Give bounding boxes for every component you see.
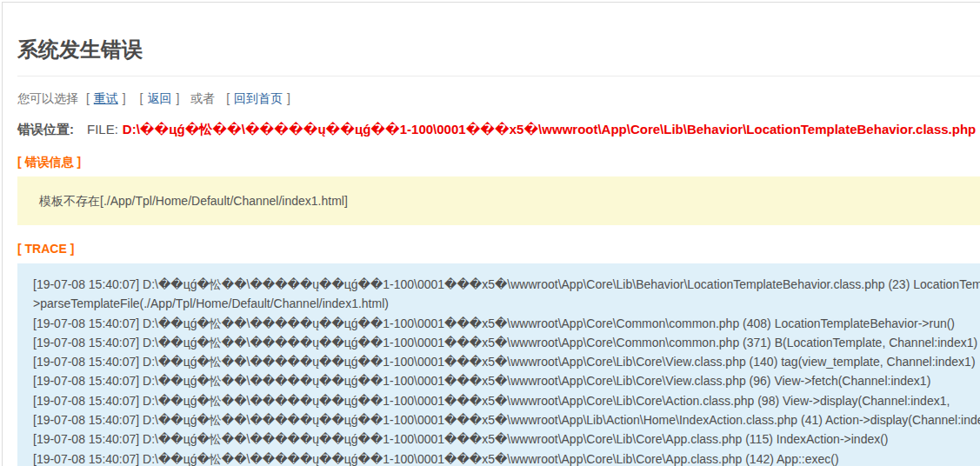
conjunction-text: 或者	[190, 91, 215, 105]
error-file-path: D:\��цǵ�忪��\�����ų��цǵ��1-100\0001���x5�…	[123, 122, 976, 136]
bracket-open: [	[226, 91, 230, 105]
bracket-close: ]	[123, 91, 126, 105]
error-message-text: 模板不存在[./App/Tpl/Home/Default/Channel/ind…	[39, 194, 348, 208]
trace-line: [19-07-08 15:40:07] D:\��цǵ�忪��\�����ų��…	[33, 429, 980, 449]
trace-box: [19-07-08 15:40:07] D:\��цǵ�忪��\�����ų��…	[17, 263, 980, 466]
error-message-box: 模板不存在[./App/Tpl/Home/Default/Channel/ind…	[17, 176, 980, 225]
trace-header: [ TRACE ]	[17, 242, 980, 256]
trace-line: [19-07-08 15:40:07] D:\��цǵ�忪��\�����ų��…	[33, 449, 980, 466]
error-info-header: [ 错误信息 ]	[17, 155, 980, 169]
home-link[interactable]: 回到首页	[234, 91, 283, 105]
trace-line: [19-07-08 15:40:07] D:\��цǵ�忪��\�����ų��…	[33, 352, 980, 371]
trace-line: [19-07-08 15:40:07] D:\��цǵ�忪��\�����ų��…	[33, 333, 980, 352]
trace-line: [19-07-08 15:40:07] D:\��цǵ�忪��\�����ų��…	[33, 275, 980, 294]
retry-link[interactable]: 重试	[94, 91, 118, 105]
bracket-close: ]	[176, 91, 179, 105]
page-title: 系统发生错误	[17, 36, 980, 77]
error-location-row: 错误位置:FILE:D:\��цǵ�忪��\�����ų��цǵ��1-100\…	[17, 121, 980, 138]
bracket-open: [	[86, 91, 90, 105]
error-page-panel: 系统发生错误 您可以选择 [重试] [返回] 或者 [回到首页] 错误位置:FI…	[2, 2, 980, 466]
trace-line: [19-07-08 15:40:07] D:\��цǵ�忪��\�����ų��…	[33, 410, 980, 429]
file-label: FILE:	[87, 122, 118, 136]
trace-line: >parseTemplateFile(./App/Tpl/Home/Defaul…	[33, 294, 980, 313]
trace-line: [19-07-08 15:40:07] D:\��цǵ�忪��\�����ų��…	[33, 391, 980, 410]
bracket-close: ]	[287, 91, 290, 105]
error-location-label: 错误位置:	[17, 122, 74, 136]
back-link[interactable]: 返回	[147, 91, 171, 105]
trace-line: [19-07-08 15:40:07] D:\��цǵ�忪��\�����ų��…	[33, 371, 980, 390]
action-links-row: 您可以选择 [重试] [返回] 或者 [回到首页]	[17, 90, 980, 106]
choose-prefix-text: 您可以选择	[17, 91, 78, 105]
bracket-open: [	[140, 91, 143, 105]
trace-line: [19-07-08 15:40:07] D:\��цǵ�忪��\�����ų��…	[33, 314, 980, 333]
